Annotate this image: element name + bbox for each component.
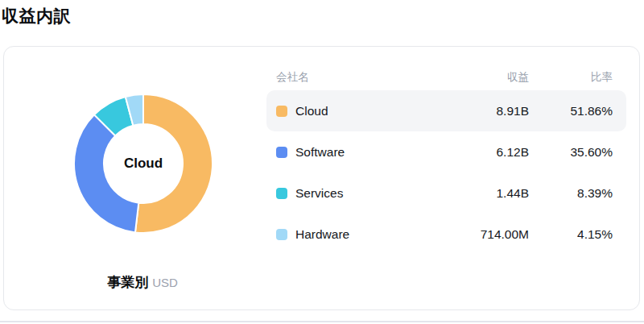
series-name: Services	[295, 186, 343, 201]
bottom-divider	[0, 321, 644, 322]
table-row-software[interactable]: Software 6.12B 35.60%	[266, 131, 626, 172]
revenue-breakdown-card: Cloud 事業別USD 会社名 収益 比率 Cloud 8.91B 51.86…	[3, 46, 640, 310]
table-header-revenue: 収益	[440, 70, 529, 85]
series-revenue: 6.12B	[440, 145, 529, 160]
series-color-swatch	[276, 147, 287, 158]
table-header-name: 会社名	[276, 70, 440, 85]
series-name: Hardware	[295, 227, 349, 242]
donut-chart: Cloud	[72, 92, 215, 235]
chart-caption-label: 事業別	[107, 275, 148, 290]
series-revenue: 714.00M	[440, 227, 529, 242]
series-revenue: 1.44B	[440, 186, 529, 201]
series-name: Software	[295, 145, 345, 160]
series-ratio: 35.60%	[529, 145, 613, 160]
page: 収益内訳 Cloud 事業別USD 会社名 収益 比率 Cloud 8.91B …	[0, 0, 644, 324]
breakdown-table: 会社名 収益 比率 Cloud 8.91B 51.86% Software 6.…	[266, 64, 626, 255]
page-title: 収益内訳	[2, 5, 71, 27]
table-row-hardware[interactable]: Hardware 714.00M 4.15%	[266, 214, 626, 255]
series-ratio: 4.15%	[529, 227, 613, 242]
chart-caption: 事業別USD	[107, 273, 178, 292]
table-row-services[interactable]: Services 1.44B 8.39%	[266, 172, 626, 214]
table-header-row: 会社名 収益 比率	[266, 64, 626, 90]
series-color-swatch	[276, 188, 287, 199]
series-revenue: 8.91B	[440, 104, 529, 118]
table-body: Cloud 8.91B 51.86% Software 6.12B 35.60%…	[266, 90, 626, 255]
series-color-swatch	[276, 229, 287, 240]
series-color-swatch	[276, 106, 287, 117]
donut-segment-software[interactable]	[74, 114, 138, 232]
donut-segment-cloud[interactable]	[135, 94, 213, 233]
series-ratio: 8.39%	[529, 186, 613, 201]
donut-chart-svg	[72, 92, 215, 235]
series-ratio: 51.86%	[529, 104, 613, 118]
series-name: Cloud	[295, 104, 328, 118]
chart-caption-unit: USD	[152, 276, 178, 289]
table-row-cloud[interactable]: Cloud 8.91B 51.86%	[266, 90, 626, 131]
table-header-ratio: 比率	[529, 70, 613, 85]
